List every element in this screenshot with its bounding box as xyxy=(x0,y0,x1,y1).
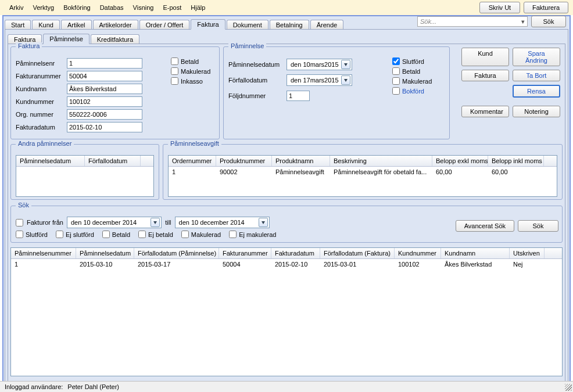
check-faktura-betald[interactable] xyxy=(171,57,178,65)
label-foljdnummer: Följdnummer xyxy=(228,92,286,99)
check-sok-betald[interactable] xyxy=(102,231,110,238)
tab-betalning[interactable]: Betalning xyxy=(270,20,309,30)
faktura-button[interactable]: Faktura xyxy=(461,70,509,81)
label-faktura-makulerad: Makulerad xyxy=(181,68,210,75)
res-col-3[interactable]: Fakturanummer xyxy=(219,248,271,258)
label-fakturanummer: Fakturanummer xyxy=(16,73,67,80)
menu-epost[interactable]: E-post xyxy=(159,3,187,12)
input-fakturanummer[interactable] xyxy=(67,71,142,81)
label-till: till xyxy=(165,219,171,226)
label-paminnelsedatum: Påminnelsedatum xyxy=(228,61,286,68)
avancerat-sok-button[interactable]: Avancerat Sök xyxy=(456,220,514,232)
andra-col-0[interactable]: Påminnelsedatum xyxy=(16,156,85,166)
subtab-kreditfaktura[interactable]: Kreditfaktura xyxy=(91,34,139,44)
label-faktura-betald: Betald xyxy=(181,58,199,65)
res-col-5[interactable]: Förfallodatum (Faktura) xyxy=(320,248,395,258)
input-fakturadatum[interactable] xyxy=(67,122,142,132)
label-paminnelse-makulerad: Makulerad xyxy=(402,78,432,85)
group-avgift-title: Påminnelseavgift xyxy=(168,140,221,147)
ta-bort-button[interactable]: Ta Bort xyxy=(513,70,560,81)
print-button[interactable]: Skriv Ut xyxy=(479,2,520,13)
res-col-8[interactable]: Utskriven xyxy=(510,248,545,258)
check-slutford[interactable] xyxy=(392,57,400,65)
menu-databas[interactable]: Databas xyxy=(95,3,128,12)
menu-verktyg[interactable]: Verktyg xyxy=(28,3,59,12)
check-sok-makulerad[interactable] xyxy=(181,231,189,238)
tab-dokument[interactable]: Dokument xyxy=(227,20,268,30)
input-foljdnummer[interactable] xyxy=(286,91,310,101)
res-col-7[interactable]: Kundnamn xyxy=(441,248,510,258)
calendar-icon[interactable] xyxy=(151,218,160,227)
global-search-input[interactable]: Sök... xyxy=(417,16,528,27)
group-faktura-title: Faktura xyxy=(16,42,42,49)
res-col-2[interactable]: Förfallodatum (Påminnelse) xyxy=(134,248,219,258)
calendar-icon[interactable] xyxy=(341,60,350,69)
group-paminnelse-title: Påminnelse xyxy=(228,42,266,49)
input-kundnamn[interactable] xyxy=(67,84,142,94)
res-col-0[interactable]: Påminnelsenummer xyxy=(11,248,76,258)
input-kundnummer[interactable] xyxy=(67,96,142,107)
input-sok-from[interactable]: den 10 december 2014 xyxy=(67,217,162,228)
input-orgnr[interactable] xyxy=(67,109,142,120)
input-paminnelsenr[interactable] xyxy=(67,58,142,69)
label-slutford: Slutförd xyxy=(402,58,424,65)
notering-button[interactable]: Notering xyxy=(513,106,560,117)
group-sok-title: Sök xyxy=(16,202,31,208)
input-sok-to[interactable]: den 10 december 2014 xyxy=(175,217,270,228)
menu-arkiv[interactable]: Arkiv xyxy=(5,3,28,12)
footer-user: Peter Dahl (Peter) xyxy=(67,383,119,390)
tab-faktura[interactable]: Faktura xyxy=(191,19,225,30)
group-andra-title: Andra påminnelser xyxy=(16,140,74,147)
input-forfallodatum[interactable]: den 17 mars 2015 xyxy=(286,74,352,86)
invoice-button[interactable]: Fakturera xyxy=(524,2,568,13)
tab-artikel[interactable]: Artikel xyxy=(61,20,92,30)
avgift-col-1[interactable]: Produktnummer xyxy=(216,156,272,166)
check-paminnelse-makulerad[interactable] xyxy=(392,77,400,85)
calendar-icon[interactable] xyxy=(341,75,350,85)
avgift-col-0[interactable]: Ordernummer xyxy=(169,156,216,166)
check-faktura-makulerad[interactable] xyxy=(171,67,178,75)
menu-bokforing[interactable]: Bokföring xyxy=(59,3,95,12)
tab-order-offert[interactable]: Order / Offert xyxy=(139,20,190,30)
tab-arende[interactable]: Ärende xyxy=(310,20,343,30)
avgift-col-4[interactable]: Belopp exkl moms xyxy=(432,156,488,166)
avgift-col-3[interactable]: Beskrivning xyxy=(330,156,432,166)
check-sok-ej-betald[interactable] xyxy=(138,231,146,238)
label-fakturor-fran: Fakturor från xyxy=(27,219,63,226)
global-search-button[interactable]: Sök xyxy=(531,16,566,27)
check-bokford[interactable] xyxy=(392,87,400,95)
label-bokford[interactable]: Bokförd xyxy=(402,88,424,95)
resize-grip-icon[interactable] xyxy=(565,384,572,391)
check-fakturor-fran[interactable] xyxy=(16,219,23,226)
tab-kund[interactable]: Kund xyxy=(32,20,60,30)
check-faktura-inkasso[interactable] xyxy=(171,77,178,85)
check-sok-ej-makulerad[interactable] xyxy=(229,231,237,238)
andra-col-1[interactable]: Förfallodatum xyxy=(85,156,141,166)
res-col-4[interactable]: Fakturadatum xyxy=(271,248,320,258)
tab-artikelorder[interactable]: Artikelorder xyxy=(93,20,138,30)
label-faktura-inkasso: Inkasso xyxy=(181,78,203,85)
tab-start[interactable]: Start xyxy=(5,20,31,30)
label-kundnummer: Kundnummer xyxy=(16,98,67,105)
label-paminnelse-betald: Betald xyxy=(402,68,420,75)
check-paminnelse-betald[interactable] xyxy=(392,67,400,75)
results-row[interactable]: 1 2015-03-10 2015-03-17 50004 2015-02-10… xyxy=(11,259,562,269)
sok-button[interactable]: Sök xyxy=(518,220,558,232)
subtab-paminnelse[interactable]: Påminnelse xyxy=(43,34,89,44)
menu-visning[interactable]: Visning xyxy=(128,3,159,12)
res-col-6[interactable]: Kundnummer xyxy=(395,248,441,258)
check-sok-ej-slutford[interactable] xyxy=(56,231,63,238)
kommentar-button[interactable]: Kommentar xyxy=(461,106,509,117)
rensa-button[interactable]: Rensa xyxy=(513,85,560,98)
avgift-row[interactable]: 1 90002 Påminnelseavgift Påminnelseavgif… xyxy=(169,167,557,177)
res-col-1[interactable]: Påminnelsedatum xyxy=(76,248,134,258)
kund-button[interactable]: Kund xyxy=(461,48,509,66)
spara-andring-button[interactable]: Spara Ändring xyxy=(513,48,560,66)
label-paminnelsenr: Påminnelsenr xyxy=(16,60,67,67)
avgift-col-5[interactable]: Belopp inkl moms xyxy=(488,156,544,166)
input-paminnelsedatum[interactable]: den 10 mars 2015 xyxy=(286,59,352,70)
avgift-col-2[interactable]: Produktnamn xyxy=(272,156,330,166)
menu-hjalp[interactable]: Hjälp xyxy=(186,3,210,12)
calendar-icon[interactable] xyxy=(259,218,268,227)
check-sok-slutford[interactable] xyxy=(16,231,23,238)
